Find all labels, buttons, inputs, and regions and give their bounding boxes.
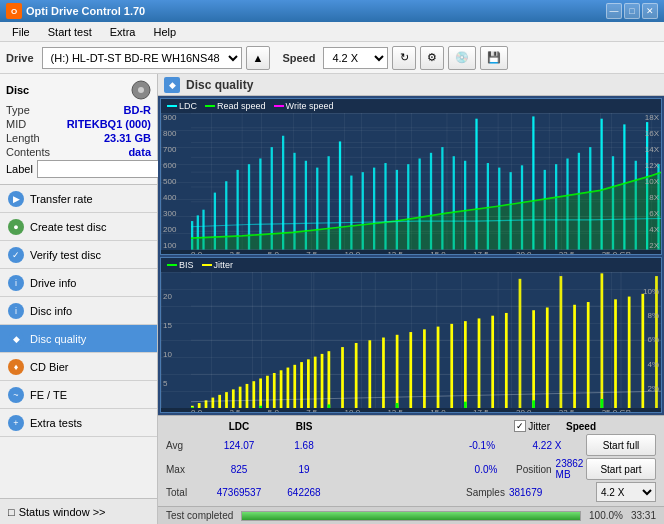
nav-item-disc-quality[interactable]: ◆ Disc quality xyxy=(0,325,157,353)
disc-label-text: Label xyxy=(6,163,33,175)
nav-cd-bier-label: CD Bier xyxy=(30,361,69,373)
svg-rect-101 xyxy=(321,353,324,408)
svg-rect-104 xyxy=(355,342,358,408)
menu-help[interactable]: Help xyxy=(145,24,184,40)
svg-rect-122 xyxy=(601,273,604,408)
stats-max-jitter: 0.0% xyxy=(456,464,516,475)
drive-select[interactable]: (H:) HL-DT-ST BD-RE WH16NS48 1.D3 xyxy=(42,47,242,69)
jitter-label: Jitter xyxy=(528,421,550,432)
start-full-button[interactable]: Start full xyxy=(586,434,656,456)
menu-file[interactable]: File xyxy=(4,24,38,40)
minimize-button[interactable]: — xyxy=(606,3,622,19)
chart-bis-legend: BIS Jitter xyxy=(161,258,661,272)
nav-item-fe-te[interactable]: ~ FE / TE xyxy=(0,381,157,409)
jitter-checkbox[interactable]: ✓ Jitter xyxy=(514,420,550,432)
disc-quality-header: ◆ Disc quality xyxy=(158,74,664,96)
content-area: ◆ Disc quality LDC Read speed xyxy=(158,74,664,524)
stats-max-bis: 19 xyxy=(274,464,334,475)
close-button[interactable]: ✕ xyxy=(642,3,658,19)
svg-rect-98 xyxy=(300,362,303,408)
svg-rect-143 xyxy=(601,398,604,408)
svg-rect-141 xyxy=(464,401,467,408)
start-buttons: Start full xyxy=(586,434,656,456)
refresh-button[interactable]: ↻ xyxy=(392,46,416,70)
app-title: Opti Drive Control 1.70 xyxy=(26,5,145,17)
menu-extra[interactable]: Extra xyxy=(102,24,144,40)
legend-bis-label: BIS xyxy=(179,260,194,270)
disc-quality-icon: ◆ xyxy=(8,331,24,347)
speed-select[interactable]: 4.2 X xyxy=(323,47,388,69)
jitter-check-icon[interactable]: ✓ xyxy=(514,420,526,432)
svg-rect-137 xyxy=(191,407,194,408)
disc-type-label: Type xyxy=(6,104,30,116)
speed-dropdown[interactable]: 4.2 X xyxy=(596,482,656,502)
nav-item-create-test-disc[interactable]: ● Create test disc xyxy=(0,213,157,241)
legend-write-speed: Write speed xyxy=(274,101,334,111)
svg-rect-88 xyxy=(232,389,235,408)
svg-rect-116 xyxy=(519,278,522,408)
legend-ldc: LDC xyxy=(167,101,197,111)
nav-items: ▶ Transfer rate ● Create test disc ✓ Ver… xyxy=(0,185,157,498)
settings-button[interactable]: ⚙ xyxy=(420,46,444,70)
speed-label: Speed xyxy=(282,52,315,64)
stats-total-label: Total xyxy=(166,487,204,498)
nav-fe-te-label: FE / TE xyxy=(30,389,67,401)
nav-item-verify-test-disc[interactable]: ✓ Verify test disc xyxy=(0,241,157,269)
maximize-button[interactable]: □ xyxy=(624,3,640,19)
svg-rect-142 xyxy=(532,400,535,408)
toolbar: Drive (H:) HL-DT-ST BD-RE WH16NS48 1.D3 … xyxy=(0,42,664,74)
disc-length-value: 23.31 GB xyxy=(104,132,151,144)
svg-rect-99 xyxy=(307,359,310,408)
disc-quality-title: Disc quality xyxy=(186,78,253,92)
nav-item-extra-tests[interactable]: + Extra tests xyxy=(0,409,157,437)
drive-label: Drive xyxy=(6,52,34,64)
svg-point-1 xyxy=(138,87,144,93)
stats-total-ldc: 47369537 xyxy=(204,487,274,498)
disc-type-row: Type BD-R xyxy=(6,104,151,116)
legend-jitter: Jitter xyxy=(202,260,234,270)
eject-button[interactable]: ▲ xyxy=(246,46,271,70)
nav-create-test-disc-label: Create test disc xyxy=(30,221,106,233)
disc-mid-row: MID RITEKBQ1 (000) xyxy=(6,118,151,130)
stats-col-speed: Speed xyxy=(566,421,596,432)
position-label: Position xyxy=(516,464,552,475)
sidebar: Disc Type BD-R MID RITEKBQ1 (000) Length… xyxy=(0,74,158,524)
legend-bis-dot xyxy=(167,264,177,266)
disc-info-icon: i xyxy=(8,303,24,319)
legend-ldc-label: LDC xyxy=(179,101,197,111)
svg-rect-106 xyxy=(382,337,385,408)
menu-start-test[interactable]: Start test xyxy=(40,24,100,40)
svg-rect-85 xyxy=(211,397,214,408)
nav-transfer-rate-label: Transfer rate xyxy=(30,193,93,205)
stats-max-ldc: 825 xyxy=(204,464,274,475)
disc-label-row: Label ★ xyxy=(6,160,151,178)
svg-rect-138 xyxy=(259,405,262,408)
legend-write-speed-label: Write speed xyxy=(286,101,334,111)
nav-item-disc-info[interactable]: i Disc info xyxy=(0,297,157,325)
svg-rect-86 xyxy=(218,394,221,408)
svg-rect-87 xyxy=(225,392,228,408)
nav-extra-tests-label: Extra tests xyxy=(30,417,82,429)
app-icon: O xyxy=(6,3,22,19)
stats-total-row: Total 47369537 642268 Samples 381679 4.2… xyxy=(166,482,656,502)
status-window-button[interactable]: □ Status window >> xyxy=(0,498,157,524)
chart-ldc-x-labels: 0.0 2.5 5.0 7.5 10.0 12.5 15.0 17.5 20.0… xyxy=(161,250,661,255)
save-button[interactable]: 💾 xyxy=(480,46,508,70)
chart-ldc-svg xyxy=(191,113,662,250)
start-part-button[interactable]: Start part xyxy=(586,458,656,480)
svg-rect-100 xyxy=(314,356,317,408)
nav-item-drive-info[interactable]: i Drive info xyxy=(0,269,157,297)
disc-button[interactable]: 💿 xyxy=(448,46,476,70)
progress-status: Test completed xyxy=(166,510,233,521)
chart-bis: BIS Jitter 20 15 10 5 xyxy=(160,257,662,414)
cd-bier-icon: ♦ xyxy=(8,359,24,375)
progress-bar-container: Test completed 100.0% 33:31 xyxy=(158,506,664,524)
disc-length-label: Length xyxy=(6,132,40,144)
nav-item-transfer-rate[interactable]: ▶ Transfer rate xyxy=(0,185,157,213)
stats-avg-bis: 1.68 xyxy=(274,440,334,451)
disc-contents-row: Contents data xyxy=(6,146,151,158)
nav-item-cd-bier[interactable]: ♦ CD Bier xyxy=(0,353,157,381)
stats-avg-row: Avg 124.07 1.68 -0.1% 4.22 X Start full xyxy=(166,434,656,456)
verify-test-disc-icon: ✓ xyxy=(8,247,24,263)
chart-ldc-legend: LDC Read speed Write speed xyxy=(161,99,661,113)
